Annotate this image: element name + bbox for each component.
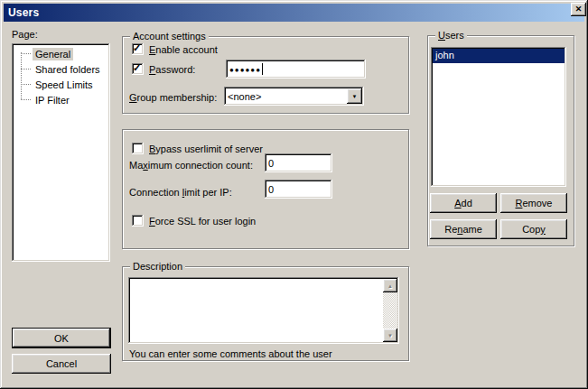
max-connection-count-label: Maximum connection count:	[129, 159, 253, 171]
enable-account-checkbox[interactable]: ✓	[132, 43, 144, 55]
force-ssl-checkbox[interactable]: ✓	[132, 215, 144, 227]
users-dialog: Users ✕ Page: General Shared folders Spe…	[0, 0, 588, 389]
tree-item-label: Shared folders	[33, 63, 103, 76]
check-icon: ✓	[133, 42, 141, 55]
group-membership-select[interactable]: <none> ▼	[224, 87, 364, 106]
copy-button[interactable]: Copy	[500, 219, 567, 239]
textarea-scrollbar[interactable]: ▲ ▼	[383, 279, 397, 342]
tree-item-label: Speed Limits	[33, 79, 96, 91]
description-hint: You can enter some comments about the us…	[129, 347, 332, 360]
group-membership-label: Group membership:	[129, 91, 217, 104]
connection-limit-per-ip-value: 0	[268, 184, 274, 195]
tree-item-shared-folders[interactable]: Shared folders	[14, 61, 108, 77]
arrow-down-icon: ▼	[387, 333, 393, 338]
ok-button-label: OK	[54, 333, 69, 344]
max-connection-count-value: 0	[268, 158, 274, 169]
tree-branch-line	[21, 53, 31, 54]
force-ssl-label: Force SSL for user login	[149, 215, 256, 227]
scroll-track	[383, 292, 397, 329]
users-listbox[interactable]: john	[431, 47, 566, 187]
password-value: ●●●●●●	[229, 66, 261, 74]
group-membership-value: <none>	[228, 91, 261, 102]
check-icon: ✓	[133, 61, 141, 75]
users-group-title: Users	[435, 29, 467, 42]
tree-item-label: General	[33, 48, 73, 60]
chevron-down-icon: ▼	[352, 94, 358, 99]
password-checkbox[interactable]: ✓	[132, 63, 144, 75]
remove-button-label: Remove	[516, 198, 553, 208]
rename-button-label: Rename	[444, 224, 482, 235]
tree-item-speed-limits[interactable]: Speed Limits	[14, 77, 108, 92]
enable-account-label: Enable account	[149, 43, 218, 56]
tree-item-ip-filter[interactable]: IP Filter	[14, 92, 108, 107]
copy-button-label: Copy	[522, 224, 546, 235]
bypass-userlimit-label: Bypass userlimit of server	[149, 143, 263, 155]
text-caret	[262, 63, 263, 75]
tree-branch-line	[21, 99, 31, 100]
list-item-john[interactable]: john	[433, 49, 565, 63]
max-connection-count-input[interactable]: 0	[265, 153, 332, 172]
add-button[interactable]: Add	[430, 193, 497, 213]
dropdown-button[interactable]: ▼	[347, 88, 362, 104]
close-button[interactable]: ✕	[571, 3, 586, 16]
tree-branch-line	[21, 69, 31, 69]
description-textarea[interactable]: ▲ ▼	[128, 277, 399, 344]
scroll-down-button[interactable]: ▼	[383, 329, 397, 342]
tree-branch-line	[21, 84, 31, 85]
scroll-up-button[interactable]: ▲	[383, 279, 397, 292]
connection-limit-per-ip-label: Connection limit per IP:	[129, 186, 232, 199]
connection-limit-per-ip-input[interactable]: 0	[265, 180, 332, 199]
remove-button[interactable]: Remove	[500, 193, 567, 213]
ok-button[interactable]: OK	[12, 328, 111, 348]
password-input[interactable]: ●●●●●●	[226, 60, 366, 79]
cancel-button[interactable]: Cancel	[12, 354, 111, 374]
close-icon: ✕	[575, 5, 583, 14]
tree-item-label: IP Filter	[33, 94, 72, 107]
title-bar: Users	[4, 4, 584, 22]
arrow-up-icon: ▲	[387, 283, 393, 289]
password-label: Password:	[149, 63, 195, 76]
account-settings-group-title: Account settings	[130, 30, 209, 42]
add-button-label: Add	[454, 198, 472, 208]
description-group-title: Description	[130, 260, 185, 273]
cancel-button-label: Cancel	[46, 358, 77, 369]
page-label: Page:	[12, 28, 38, 41]
page-tree[interactable]: General Shared folders Speed Limits IP F…	[12, 43, 110, 262]
tree-item-general[interactable]: General	[14, 46, 108, 61]
rename-button[interactable]: Rename	[430, 219, 497, 239]
bypass-userlimit-checkbox[interactable]: ✓	[132, 143, 144, 154]
window-title: Users	[4, 6, 39, 19]
